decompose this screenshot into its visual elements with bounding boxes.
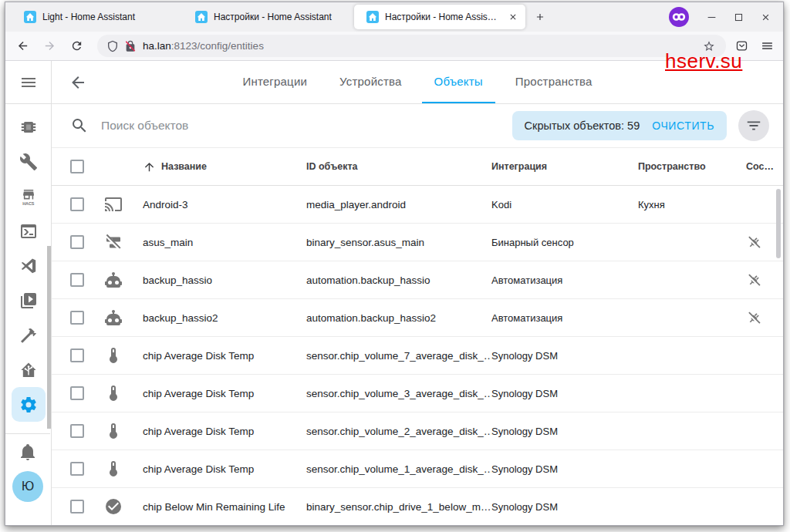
hammer-icon: [19, 326, 38, 345]
close-icon: [761, 12, 771, 22]
media-player-icon: [19, 291, 38, 310]
notifications-bell-icon[interactable]: [17, 441, 39, 463]
table-row[interactable]: chip Average Disk Tempsensor.chip_volume…: [52, 375, 783, 412]
row-checkbox[interactable]: [70, 424, 84, 438]
column-header-status[interactable]: Сос…: [746, 161, 783, 172]
column-header-integration[interactable]: Интеграция: [491, 161, 638, 172]
row-checkbox[interactable]: [70, 462, 84, 476]
insecure-lock-icon[interactable]: [124, 40, 137, 52]
sidebar-item-chip[interactable]: [12, 109, 46, 144]
user-avatar[interactable]: Ю: [12, 471, 43, 502]
search-input[interactable]: [100, 118, 512, 133]
entity-id: binary_sensor.asus_main: [306, 237, 491, 248]
new-tab-button[interactable]: [532, 8, 549, 25]
arrow-right-icon: [43, 39, 56, 52]
select-all-checkbox[interactable]: [70, 160, 84, 173]
entity-name: chip Below Min Remaining Life: [143, 501, 306, 513]
browser-tab[interactable]: Настройки - Home Assistant: [183, 2, 354, 32]
config-tab[interactable]: Интеграции: [230, 61, 319, 103]
row-checkbox[interactable]: [70, 348, 84, 362]
table-row[interactable]: asus_mainbinary_sensor.asus_mainБинарный…: [52, 224, 783, 261]
thermometer-icon: [104, 384, 123, 402]
entity-name: chip Average Disk Temp: [143, 388, 306, 399]
chip-icon: [19, 118, 38, 136]
entity-integration: Kodi: [491, 199, 638, 210]
entity-id: sensor.chip_volume_7_average_disk_…: [306, 350, 491, 362]
browser-tab[interactable]: Light - Home Assistant: [12, 2, 183, 32]
entity-id: automation.backup_hassio2: [306, 312, 491, 324]
app-menu-icon[interactable]: [761, 39, 774, 52]
config-tab[interactable]: Устройства: [327, 61, 414, 103]
table-row[interactable]: chip Average Disk Tempsensor.chip_volume…: [52, 450, 783, 488]
server-network-off-icon: [104, 233, 123, 251]
filter-button[interactable]: [738, 110, 769, 141]
menu-icon: [761, 39, 774, 52]
entity-integration: Автоматизация: [491, 274, 638, 286]
sidebar-menu-button[interactable]: [5, 61, 51, 104]
entity-integration: Synology DSM: [491, 388, 638, 399]
table-scrollbar[interactable]: [776, 189, 781, 258]
table-row[interactable]: chip Below Min Remaining Lifebinary_sens…: [52, 488, 783, 525]
column-header-name[interactable]: Название: [143, 160, 306, 173]
forward-button[interactable]: [40, 36, 59, 56]
table-row[interactable]: backup_hassio2automation.backup_hassio2А…: [52, 299, 783, 337]
sidebar-bottom: Ю: [5, 433, 50, 525]
entity-status: [746, 272, 783, 288]
column-header-area[interactable]: Пространство: [638, 161, 746, 172]
sidebar-item-settings-gear[interactable]: [12, 387, 46, 422]
entity-integration: Synology DSM: [491, 463, 638, 475]
tab-title: Light - Home Assistant: [42, 12, 175, 22]
vscode-icon: [19, 257, 38, 275]
row-checkbox[interactable]: [70, 235, 84, 249]
settings-gear-icon: [19, 396, 38, 414]
entities-table-body: Android-3media_player.androidKodiКухняas…: [52, 186, 783, 525]
tab-close-button[interactable]: [508, 12, 518, 22]
table-row[interactable]: Android-3media_player.androidKodiКухня: [52, 186, 783, 224]
table-row[interactable]: backup_hassioautomation.backup_hassioАвт…: [52, 261, 783, 299]
ha-page: HACS Ю ИнтеграцииУстройстваОбъектыПростр…: [5, 61, 783, 525]
sidebar-item-hacs-store[interactable]: HACS: [12, 179, 46, 214]
sidebar-item-wrench[interactable]: [12, 144, 46, 179]
maximize-button[interactable]: [734, 12, 744, 22]
home-assistant-favicon: [24, 11, 36, 23]
row-checkbox[interactable]: [70, 386, 84, 400]
table-row[interactable]: chip Average Disk Tempsensor.chip_volume…: [52, 412, 783, 450]
watermark: hserv.su: [665, 49, 742, 73]
entity-id: sensor.chip_volume_3_average_disk_…: [306, 388, 491, 399]
sidebar-item-media-player[interactable]: [12, 283, 46, 318]
row-checkbox[interactable]: [70, 197, 84, 211]
browser-tab[interactable]: Настройки - Home Assistant: [354, 5, 525, 29]
sidebar-scrollbar[interactable]: [47, 246, 51, 429]
table-row[interactable]: chip Average Disk Tempsensor.chip_volume…: [52, 337, 783, 375]
close-button[interactable]: [761, 12, 771, 22]
row-checkbox[interactable]: [70, 273, 84, 287]
back-button[interactable]: [13, 36, 32, 56]
url-bar[interactable]: ha.lan:8123/config/entities: [97, 35, 726, 57]
cast-icon: [104, 195, 123, 214]
reload-button[interactable]: [67, 36, 86, 56]
column-header-entity-id[interactable]: ID объекта: [306, 161, 491, 172]
sidebar-item-hammer[interactable]: [12, 318, 46, 352]
page-back-arrow[interactable]: [69, 73, 87, 92]
entity-name: Android-3: [143, 199, 306, 210]
row-checkbox[interactable]: [70, 500, 84, 513]
sidebar-item-terminal[interactable]: [12, 214, 46, 248]
row-checkbox[interactable]: [70, 311, 84, 325]
lock-slash-icon: [124, 40, 137, 52]
shield-icon[interactable]: [106, 40, 119, 52]
entity-id: binary_sensor.chip_drive_1_below_m…: [306, 501, 491, 513]
sidebar-item-vscode[interactable]: [12, 248, 46, 283]
minimize-button[interactable]: [707, 12, 717, 22]
win-min-icon: [707, 12, 717, 22]
tab-title: Настройки - Home Assistant: [385, 12, 499, 22]
config-tab[interactable]: Пространства: [503, 61, 605, 103]
clear-filter-button[interactable]: ОЧИСТИТЬ: [652, 120, 714, 132]
home-assistant-icon: [19, 361, 38, 379]
sidebar-item-home-assistant[interactable]: [12, 352, 46, 387]
search-icon: [70, 116, 89, 135]
close-icon: [508, 12, 518, 22]
config-tab[interactable]: Объекты: [422, 61, 495, 103]
magnify-icon: [70, 116, 89, 135]
extension-badge-icon[interactable]: [668, 6, 690, 28]
entity-name: chip Average Disk Temp: [143, 463, 306, 475]
